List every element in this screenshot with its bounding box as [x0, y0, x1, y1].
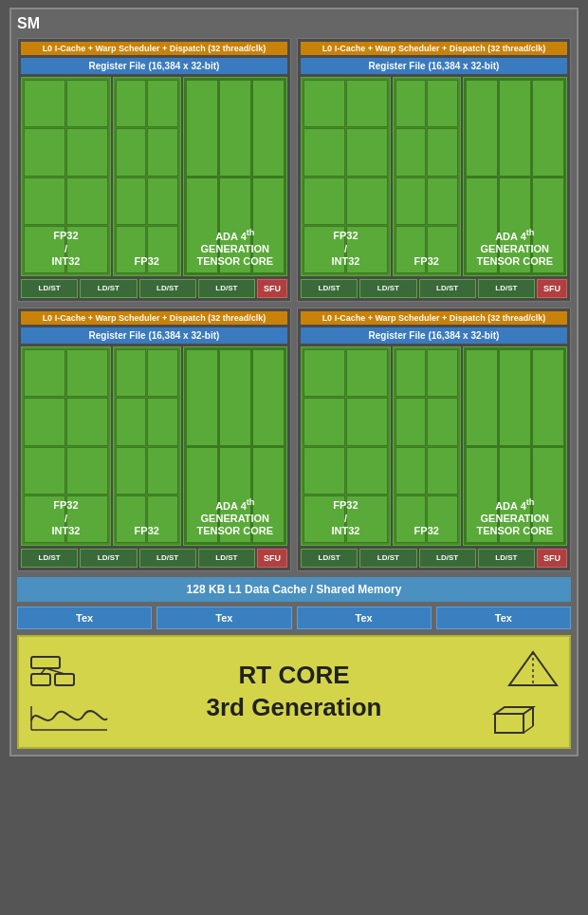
grid-cell — [147, 177, 177, 225]
rt-core-sublabel: 3rd Generation — [207, 693, 382, 721]
grid-cell — [24, 398, 65, 445]
l0-cache-bar-2: L0 I-Cache + Warp Scheduler + Dispatch (… — [301, 42, 567, 55]
fp32-int32-label-2: FP32/INT32 — [302, 230, 390, 268]
rt-core-label: RT CORE 3rd Generation — [112, 660, 476, 724]
fp32-block-1: FP32 — [113, 77, 181, 276]
ldst-2a: LD/ST — [301, 279, 358, 298]
rt-icon-right — [476, 647, 561, 738]
sfu-2: SFU — [537, 279, 567, 298]
grid-cell — [395, 447, 426, 495]
grid-cell — [346, 80, 388, 127]
sm-container: SM L0 I-Cache + Warp Scheduler + Dispatc… — [9, 8, 579, 756]
ldst-3a: LD/ST — [21, 549, 78, 568]
grid-cell — [66, 177, 108, 225]
rt-icon-triangle — [476, 647, 561, 690]
grid-cell — [303, 349, 345, 397]
grid-cell — [219, 349, 251, 446]
fp32-label-1: FP32 — [114, 255, 180, 268]
grid-cell — [116, 398, 146, 445]
sub-units-3: FP32/INT32 FP32 — [21, 346, 287, 546]
rt-core-title: RT CORE — [239, 661, 350, 689]
grid-cell — [252, 80, 285, 177]
grid-cell — [147, 80, 177, 127]
fp32-int32-block-1: FP32/INT32 — [21, 77, 111, 276]
grid-cell — [116, 128, 146, 176]
grid-cell — [395, 398, 426, 445]
grid-cell — [466, 349, 498, 446]
quadrant-3: L0 I-Cache + Warp Scheduler + Dispatch (… — [17, 308, 291, 571]
quadrant-1: L0 I-Cache + Warp Scheduler + Dispatch (… — [17, 38, 291, 302]
svg-rect-9 — [495, 714, 524, 733]
grid-cell — [466, 80, 498, 177]
tex-unit-3: Tex — [297, 607, 432, 629]
tensor-label-2: ADA 4thGENERATIONTENSOR CORE — [464, 228, 566, 268]
fp32-int32-label-3: FP32/INT32 — [22, 499, 110, 537]
fp32-label-4: FP32 — [394, 525, 460, 537]
grid-cell — [116, 349, 146, 397]
bottom-units-1: LD/ST LD/ST LD/ST LD/ST SFU — [21, 279, 287, 298]
fp32-int32-block-2: FP32/INT32 — [301, 77, 391, 276]
tensor-label-4: ADA 4thGENERATIONTENSOR CORE — [464, 497, 566, 537]
mini-grid-4b — [394, 347, 460, 545]
tensor-block-4: ADA 4thGENERATIONTENSOR CORE — [463, 346, 567, 546]
tex-unit-1: Tex — [17, 607, 152, 629]
grid-cell — [427, 349, 457, 397]
grid-cell — [219, 80, 251, 177]
fp32-block-3: FP32 — [113, 346, 181, 546]
svg-line-14 — [524, 726, 533, 733]
grid-cell — [147, 128, 177, 176]
grid-cell — [116, 177, 146, 225]
grid-cell — [303, 398, 345, 445]
grid-cell — [532, 349, 564, 446]
rt-icon-squiggle — [27, 701, 112, 735]
grid-cell — [147, 398, 177, 445]
svg-marker-10 — [495, 707, 533, 714]
svg-rect-2 — [55, 674, 74, 685]
grid-cell — [186, 80, 218, 177]
grid-cell — [346, 447, 388, 495]
rt-core-section: RT CORE 3rd Generation — [17, 635, 571, 749]
grid-cell — [66, 447, 108, 495]
register-file-bar-3: Register File (16,384 x 32-bit) — [21, 327, 287, 344]
grid-cell — [395, 80, 426, 127]
grid-cell — [252, 349, 285, 446]
ldst-3d: LD/ST — [198, 549, 255, 568]
ldst-4d: LD/ST — [478, 549, 535, 568]
fp32-int32-label-1: FP32/INT32 — [22, 230, 110, 268]
grid-cell — [427, 398, 457, 445]
fp32-int32-block-4: FP32/INT32 — [301, 346, 391, 546]
fp32-label-2: FP32 — [394, 255, 460, 268]
sfu-4: SFU — [537, 549, 567, 568]
sub-units-4: FP32/INT32 FP32 — [301, 346, 567, 546]
grid-cell — [346, 349, 388, 397]
grid-cell — [24, 447, 65, 495]
grid-cell — [186, 349, 218, 446]
grid-cell — [24, 349, 65, 397]
ldst-4c: LD/ST — [419, 549, 476, 568]
sm-label: SM — [17, 15, 571, 32]
sub-units-2: FP32/INT32 FP32 — [301, 77, 567, 276]
ldst-4b: LD/ST — [359, 549, 416, 568]
grid-cell — [147, 447, 177, 495]
grid-cell — [66, 80, 108, 127]
ldst-1a: LD/ST — [21, 279, 78, 298]
rt-icon-cube — [476, 700, 561, 738]
grid-cell — [427, 447, 457, 495]
ldst-1b: LD/ST — [80, 279, 137, 298]
grid-cell — [427, 128, 457, 176]
grid-cell — [499, 349, 531, 446]
bottom-units-3: LD/ST LD/ST LD/ST LD/ST SFU — [21, 549, 287, 568]
grid-cell — [66, 398, 108, 445]
grid-cell — [66, 128, 108, 176]
register-file-bar-1: Register File (16,384 x 32-bit) — [21, 58, 287, 74]
mini-grid-3b — [114, 347, 180, 545]
grid-cell — [24, 177, 65, 225]
fp32-label-3: FP32 — [114, 525, 180, 537]
sfu-3: SFU — [257, 549, 287, 568]
grid-cell — [532, 80, 564, 177]
grid-cell — [303, 128, 345, 176]
fp32-block-4: FP32 — [393, 346, 461, 546]
bottom-units-4: LD/ST LD/ST LD/ST LD/ST SFU — [301, 549, 567, 568]
ldst-4a: LD/ST — [301, 549, 358, 568]
grid-cell — [147, 349, 177, 397]
